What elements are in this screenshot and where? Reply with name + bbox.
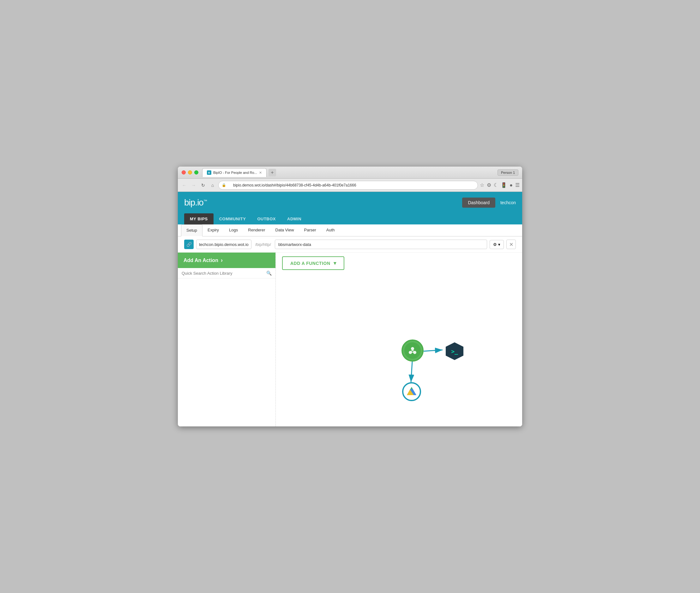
maximize-button[interactable]	[194, 170, 199, 174]
extensions-icon[interactable]: ⚙	[487, 182, 491, 188]
tab-close-icon[interactable]: ✕	[259, 171, 262, 175]
home-button[interactable]: ⌂	[209, 182, 216, 189]
add-action-label: Add An Action	[183, 258, 218, 263]
forward-button[interactable]: →	[190, 182, 198, 189]
sub-tab-dataview[interactable]: Data View	[270, 225, 299, 236]
bip-path-input[interactable]	[275, 240, 487, 249]
bip-bar: 🔗 techcon.bipio.demos.wot.io /bip/http/ …	[178, 236, 522, 252]
terminal-prompt-icon: >_	[451, 348, 458, 355]
title-bar: B BipIO - For People and Ro... ✕ + Perso…	[178, 167, 522, 179]
bip-separator: /bip/http/	[254, 242, 272, 247]
add-function-chevron-icon: ▾	[334, 260, 337, 266]
svg-line-7	[412, 350, 414, 351]
community-node-circle	[401, 340, 424, 362]
logo-tm: ™	[204, 199, 207, 203]
bip-link-button[interactable]: 🔗	[184, 240, 193, 249]
sub-tab-renderer[interactable]: Renderer	[243, 225, 270, 236]
sub-tab-expiry[interactable]: Expiry	[203, 225, 224, 236]
lock-icon: 🔒	[222, 183, 226, 187]
settings-chevron-icon: ▾	[498, 242, 500, 247]
app-header: bip.io™ Dashboard techcon	[178, 192, 522, 213]
terminal-node[interactable]: >_	[446, 342, 464, 360]
minimize-button[interactable]	[188, 170, 192, 174]
puzzle-icon[interactable]: 🚦	[501, 182, 507, 188]
community-node[interactable]	[401, 340, 424, 362]
search-input[interactable]	[182, 271, 264, 276]
person-button[interactable]: Person 1	[497, 169, 518, 176]
community-icon	[407, 346, 418, 356]
toolbar-icons: ☆ ⚙ ☾ 🚦 ● ☰	[480, 182, 520, 188]
terminal-node-hex: >_	[446, 342, 464, 360]
dashboard-button[interactable]: Dashboard	[462, 198, 495, 208]
nav-tab-outbox[interactable]: OUTBOX	[252, 213, 281, 225]
browser-tab[interactable]: B BipIO - For People and Ro... ✕	[202, 168, 267, 177]
tab-bar: B BipIO - For People and Ro... ✕ +	[202, 168, 518, 177]
sub-tab-parser[interactable]: Parser	[299, 225, 321, 236]
sub-tabs: Setup Expiry Logs Renderer Data View Par…	[178, 225, 522, 236]
bip-close-button[interactable]: ✕	[507, 240, 516, 249]
close-button[interactable]	[182, 170, 186, 174]
browser-window: B BipIO - For People and Ro... ✕ + Perso…	[178, 167, 522, 426]
gdrive-node[interactable]	[402, 382, 421, 401]
back-button[interactable]: ←	[180, 182, 188, 189]
add-action-button[interactable]: Add An Action ›	[178, 252, 275, 268]
window-controls	[182, 170, 199, 174]
svg-line-2	[411, 362, 412, 382]
add-action-arrow-icon: ›	[221, 257, 223, 264]
add-function-button[interactable]: ADD A FUNCTION ▾	[282, 256, 344, 270]
username: techcon	[500, 200, 516, 205]
address-input[interactable]: 🔒 bipio.demos.wot.io/dash#/bipio/44b6873…	[218, 181, 478, 190]
sidebar: Add An Action › 🔍	[178, 252, 276, 426]
add-function-label: ADD A FUNCTION	[290, 261, 331, 266]
canvas-area: ADD A FUNCTION ▾	[276, 252, 522, 426]
search-bar: 🔍	[178, 268, 275, 278]
gdrive-node-circle	[402, 382, 421, 401]
main-content: Add An Action › 🔍 ADD A FUNCTION ▾	[178, 252, 522, 426]
search-icon: 🔍	[266, 271, 272, 276]
svg-line-1	[424, 350, 443, 351]
menu-icon[interactable]: ☰	[515, 182, 520, 188]
star-icon[interactable]: ☆	[480, 182, 484, 188]
moon-icon[interactable]: ☾	[494, 182, 498, 188]
community-node-inner	[404, 342, 421, 359]
logo: bip.io™	[184, 198, 207, 208]
address-text: bipio.demos.wot.io/dash#/bipio/44b68738-…	[228, 183, 356, 188]
nav-tabs: MY BIPS COMMUNITY OUTBOX ADMIN	[178, 213, 522, 225]
nav-tab-community[interactable]: COMMUNITY	[214, 213, 252, 225]
header-right: Dashboard techcon	[462, 198, 516, 208]
nav-tab-mybips[interactable]: MY BIPS	[184, 213, 214, 225]
flow-diagram: >_	[399, 338, 469, 401]
settings-icon: ⚙	[493, 242, 497, 247]
svg-point-3	[411, 347, 414, 350]
sub-tab-setup[interactable]: Setup	[181, 225, 203, 236]
domain-select[interactable]: techcon.bipio.demos.wot.io	[196, 240, 252, 249]
tab-title: BipIO - For People and Ro...	[213, 171, 257, 174]
logo-text: bip.io	[184, 198, 204, 207]
tab-favicon: B	[207, 170, 211, 175]
sub-tab-auth[interactable]: Auth	[321, 225, 340, 236]
address-bar: ← → ↻ ⌂ 🔒 bipio.demos.wot.io/dash#/bipio…	[178, 179, 522, 192]
bip-settings-button[interactable]: ⚙ ▾	[490, 240, 504, 249]
avatar-icon[interactable]: ●	[510, 183, 513, 188]
gdrive-icon	[406, 386, 418, 398]
reload-button[interactable]: ↻	[199, 182, 207, 189]
new-tab-button[interactable]: +	[268, 169, 276, 176]
nav-tab-admin[interactable]: ADMIN	[281, 213, 307, 225]
sub-tab-logs[interactable]: Logs	[224, 225, 243, 236]
svg-line-6	[411, 350, 412, 351]
